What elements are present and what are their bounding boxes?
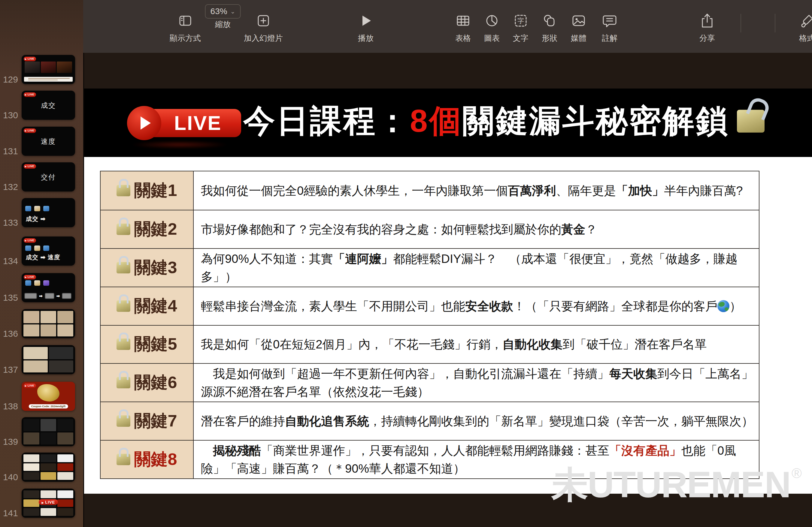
text-segment: 我是如何「從0在短短2個月」內，「不花一毛錢」行銷， (201, 337, 503, 351)
text-segment: ？ (585, 223, 597, 236)
title-segment: 今日課程： (243, 100, 410, 142)
toolbar-separator (775, 14, 775, 32)
padlock-icon (117, 454, 130, 465)
toolbar-table-button[interactable]: 表格 (455, 0, 471, 53)
live-badge-icon: LIVE (24, 383, 36, 388)
zoom-level-control[interactable]: 63%⌄ (205, 4, 241, 19)
text-segment: 為何90%人不知道：其實 (201, 252, 333, 265)
text-segment: 自動化追售系統 (285, 415, 369, 428)
slide-thumbnail-row: 132LIVE交付 (0, 162, 83, 192)
text-segment: 半年內賺百萬? (664, 184, 743, 197)
padlock-icon (117, 415, 130, 427)
slide-thumbnail-row: 137 (0, 345, 83, 374)
text-segment: 「商業世界運作」，只要有認知，人人都能輕鬆用網路賺錢：甚至 (261, 444, 609, 457)
coupon-code-label: Coupon Code: 2024endgift (29, 404, 68, 408)
slide-number: 135 (0, 292, 18, 303)
toolbar-share-button[interactable]: 分享 (699, 0, 715, 53)
title-segment: 8個 (410, 100, 462, 142)
keynote-window: 129LIVE130LIVE成交131LIVE速度132LIVE交付133成交 … (0, 0, 812, 527)
toolbar-comment-button[interactable]: 註解 (601, 0, 618, 53)
toolbar-label: 顯示方式 (170, 33, 201, 44)
padlock-icon (117, 377, 130, 388)
toolbar-label: 加入幻燈片 (244, 33, 283, 44)
live-badge-icon: LIVE (24, 275, 36, 280)
content-text: 市場好像都飽和了？完全沒有我的容身之處：如何輕鬆找到屬於你的黃金？ (201, 220, 597, 238)
text-segment: 輕鬆串接台灣金流，素人學生「不用開公司」也能 (201, 300, 465, 313)
slide-thumbnail-136[interactable] (21, 309, 75, 338)
toolbar-media-button[interactable]: 媒體 (570, 0, 587, 53)
padlock-icon (117, 300, 130, 312)
toolbar-label: 縮放 (215, 19, 231, 30)
content-text: 為何90%人不知道：其實「連阿嬤」都能輕鬆DIY漏斗？ （成本還「很便宜」，竟然… (201, 250, 753, 286)
content-text: 潛在客戶的維持自動化追售系統，持續轉化剛收集到的「新名單」變現進口袋（辛苦一次，… (201, 412, 753, 430)
toolbar-zoom-button[interactable]: 63%⌄縮放 (205, 0, 241, 53)
toolbar-label: 格式 (799, 33, 812, 44)
key-cell-5: 關鍵5 (101, 325, 194, 363)
text-segment: 到「破千位」潛在客戶名單 (563, 337, 707, 351)
slide-number: 139 (0, 437, 18, 447)
slide-thumbnail-row: 133成交 ➡ (0, 198, 83, 227)
key-cell-1: 關鍵1 (101, 171, 194, 210)
text-segment: ！（「只要有網路」全球都是你的客戶 (513, 300, 717, 313)
slide-thumbnail-132[interactable]: LIVE交付 (21, 162, 75, 192)
slide-number: 133 (0, 217, 18, 228)
text-segment: 每天收集 (609, 367, 657, 380)
toolbar-play-button[interactable]: 播放 (358, 0, 374, 53)
slide-navigator: 129LIVE130LIVE成交131LIVE速度132LIVE交付133成交 … (0, 0, 83, 527)
slide-thumbnail-134[interactable]: LIVE成交 ➡ 速度 (21, 237, 75, 266)
live-badge-icon: LIVE (24, 129, 36, 133)
toolbar-chart-button[interactable]: 圖表 (484, 0, 500, 53)
content-text: 我是如何「從0在短短2個月」內，「不花一毛錢」行銷，自動化收集到「破千位」潛在客… (201, 335, 707, 353)
toolbar-add-slide-button[interactable]: 加入幻燈片 (244, 0, 283, 53)
toolbar-label: 形狀 (542, 33, 557, 44)
toolbar-text-button[interactable]: 字文字 (512, 0, 529, 53)
watermark: 未UTUREMEN® (552, 461, 801, 510)
svg-text:字: 字 (518, 17, 524, 25)
open-padlock-icon (737, 109, 765, 132)
toolbar-separator (741, 14, 741, 32)
toolbar-format-button[interactable]: 格式 (799, 0, 812, 53)
format-icon (799, 9, 812, 32)
slide-thumbnail-133[interactable]: 成交 ➡ (21, 198, 75, 227)
toolbar-view-button[interactable]: 顯示方式 (170, 0, 201, 53)
key-label: 關鍵5 (134, 333, 177, 356)
slide-thumbnail-131[interactable]: LIVE速度 (21, 127, 75, 156)
slide-number: 131 (0, 146, 18, 156)
slide-thumbnail-135[interactable]: LIVE➡➡ (21, 273, 75, 302)
key-cell-4: 關鍵4 (101, 287, 194, 325)
slide-title-band: LIVE 今日課程：8個關鍵漏斗秘密解鎖 (84, 89, 812, 157)
text-segment: ） (729, 300, 741, 313)
slide-thumbnail-row: 129LIVE (0, 55, 83, 84)
live-badge: LIVE (127, 106, 241, 140)
content-text: 我如何從一個完全0經驗的素人休學生，一年內賺取第一個百萬淨利、隔年更是「加快」半… (201, 182, 743, 199)
slide-thumbnail-138[interactable]: LIVECoupon Code: 2024endgift (21, 382, 75, 411)
slide-thumbnail-129[interactable]: LIVE (21, 55, 75, 84)
text-segment: 「加快」 (616, 184, 664, 197)
slide-thumbnail-130[interactable]: LIVE成交 (21, 91, 75, 120)
slide-thumbnail-row: 130LIVE成交 (0, 91, 83, 120)
text-segment (201, 444, 213, 457)
key-label: 關鍵4 (134, 295, 177, 317)
slide-title: 今日課程：8個關鍵漏斗秘密解鎖 (243, 100, 765, 142)
key-label: 關鍵7 (134, 410, 177, 433)
slide-number: 141 (0, 508, 18, 518)
toolbar-label: 分享 (699, 33, 715, 44)
slide-thumbnail-140[interactable] (21, 453, 75, 482)
slide-thumbnail-137[interactable] (21, 345, 75, 374)
chart-icon (484, 9, 500, 32)
zoom-value: 63% (211, 6, 227, 16)
key-points-table: 關鍵1我如何從一個完全0經驗的素人休學生，一年內賺取第一個百萬淨利、隔年更是「加… (100, 171, 759, 479)
slide-thumbnail-141[interactable]: LIVE (21, 488, 75, 518)
live-badge-icon: LIVE (24, 92, 36, 97)
content-cell-3: 為何90%人不知道：其實「連阿嬤」都能輕鬆DIY漏斗？ （成本還「很便宜」，竟然… (194, 248, 759, 287)
text-segment: 我是如何做到「超過一年不更新任何內容」，自動化引流漏斗還在「持續」 (201, 367, 609, 380)
toolbar-label: 表格 (455, 33, 471, 44)
key-cell-2: 關鍵2 (101, 210, 194, 248)
slide-body: 關鍵1我如何從一個完全0經驗的素人休學生，一年內賺取第一個百萬淨利、隔年更是「加… (84, 157, 812, 494)
live-badge-icon: LIVE (39, 499, 58, 505)
slide-thumbnail-row: 140 (0, 453, 83, 482)
toolbar: 顯示方式63%⌄縮放加入幻燈片播放表格圖表字文字形狀媒體註解分享格式動畫效果文件 (83, 0, 812, 54)
play-circle-icon (127, 106, 161, 140)
slide-thumbnail-139[interactable]: LIVE (21, 417, 75, 446)
toolbar-shape-button[interactable]: 形狀 (541, 0, 557, 53)
